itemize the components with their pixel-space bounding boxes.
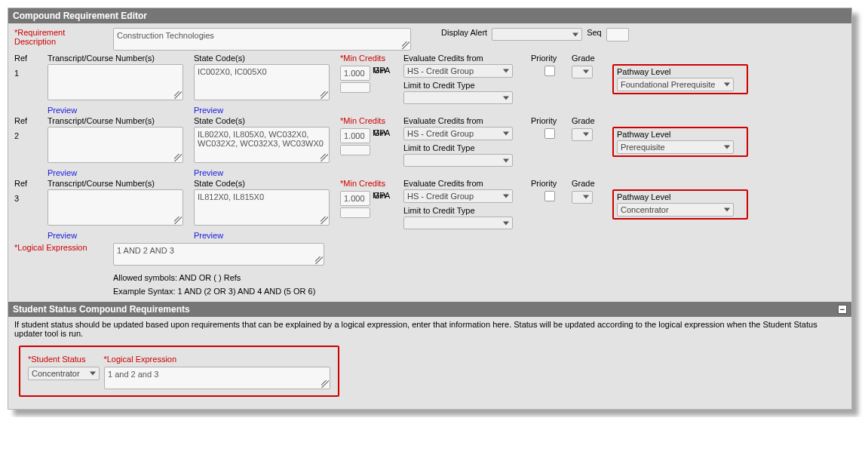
pathway-select-1[interactable]: Foundational Prerequisite	[617, 78, 734, 91]
resize-handle-icon[interactable]	[174, 154, 182, 161]
example-syntax: Example Syntax: 1 AND (2 OR 3) AND 4 AND…	[113, 287, 315, 296]
gpa-input-2[interactable]	[340, 145, 370, 155]
priority-checkbox-3[interactable]	[544, 191, 555, 201]
status-desc: If student status should be updated base…	[8, 317, 851, 341]
st-input-2[interactable]: IL802X0, IL805X0, WC032X0, WC032X2, WC03…	[194, 127, 330, 163]
col-st: State Code(s)	[194, 54, 337, 63]
grade-select-1[interactable]	[572, 66, 593, 78]
req-desc-input[interactable]: Construction Technologies	[113, 28, 411, 51]
status-highlight: *Student Status *Logical Expression Conc…	[19, 346, 339, 397]
chevron-down-icon	[90, 372, 96, 376]
gpa-input-3[interactable]	[340, 207, 370, 218]
req-desc-label: *Requirement Description	[14, 28, 109, 46]
st-input-1[interactable]: IC002X0, IC005X0	[194, 64, 330, 100]
chevron-down-icon	[503, 132, 509, 136]
col-gr-3: Grade	[572, 179, 609, 188]
logical-expr-input[interactable]: 1 AND 2 AND 3	[113, 243, 324, 266]
editor-title: Compound Requirement Editor	[13, 11, 147, 21]
col-gr-2: Grade	[572, 116, 609, 125]
pathway-highlight-3: Pathway Level Concentrator	[612, 189, 748, 220]
ec-select-2[interactable]: HS - Credit Group	[403, 127, 513, 140]
col-tc: Transcript/Course Number(s)	[48, 54, 191, 63]
student-status-label: *Student Status	[28, 355, 85, 364]
grade-select-2[interactable]	[572, 128, 593, 141]
student-status-select[interactable]: Concentrator	[28, 367, 100, 380]
status-logical-expr-label: *Logical Expression	[103, 355, 176, 364]
preview-link-2a[interactable]: Preview	[48, 168, 191, 177]
chevron-down-icon	[724, 83, 730, 87]
pl-label-1: Pathway Level	[617, 67, 744, 76]
chevron-down-icon	[724, 208, 730, 212]
tc-input-3[interactable]	[48, 189, 183, 226]
lct-select-1[interactable]	[403, 91, 513, 104]
ec-select-3[interactable]: HS - Credit Group	[403, 189, 513, 203]
priority-checkbox-2[interactable]	[544, 128, 555, 139]
priority-checkbox-1[interactable]	[544, 66, 555, 76]
status-logical-expr-input[interactable]: 1 and 2 and 3	[104, 367, 330, 389]
gpa-input-1[interactable]	[340, 82, 370, 93]
col-ec: Evaluate Credits from	[403, 54, 528, 63]
col-mc-2: *Min Credits	[340, 116, 400, 125]
pathway-select-3[interactable]: Concentrator	[617, 203, 734, 217]
display-alert-select[interactable]	[492, 28, 582, 41]
status-header: Student Status Compound Requirements −	[8, 302, 851, 317]
col-pr: Priority	[531, 54, 569, 63]
chevron-down-icon	[503, 158, 509, 162]
tc-input-1[interactable]	[48, 64, 183, 100]
col-st-2: State Code(s)	[194, 116, 337, 125]
col-pr-2: Priority	[531, 116, 569, 125]
status-title: Student Status Compound Requirements	[13, 304, 190, 315]
preview-link-2b[interactable]: Preview	[194, 168, 337, 177]
col-tc-2: Transcript/Course Number(s)	[48, 116, 191, 125]
chevron-down-icon	[572, 32, 578, 36]
preview-link-3b[interactable]: Preview	[194, 231, 337, 240]
col-ref-2: Ref	[14, 116, 44, 125]
chevron-down-icon	[583, 195, 589, 199]
preview-link-1b[interactable]: Preview	[194, 106, 337, 115]
chevron-down-icon	[724, 146, 730, 149]
min-credits-3[interactable]: 1.000	[340, 191, 370, 206]
pathway-highlight-1: Pathway Level Foundational Prerequisite	[612, 64, 748, 94]
lct-label-1: Limit to Credit Type	[403, 81, 528, 90]
resize-handle-icon[interactable]	[174, 91, 182, 99]
gpa-label-1: GPA	[373, 66, 393, 75]
st-input-3[interactable]: IL812X0, IL815X0	[194, 189, 330, 226]
lct-select-2[interactable]	[403, 154, 513, 167]
preview-link-1a[interactable]: Preview	[48, 106, 191, 115]
chevron-down-icon	[503, 195, 509, 198]
tc-input-2[interactable]	[48, 127, 183, 163]
col-tc-3: Transcript/Course Number(s)	[48, 179, 191, 188]
chevron-down-icon	[503, 221, 509, 225]
col-ec-2: Evaluate Credits from	[403, 116, 528, 125]
ref-1: 1	[14, 64, 44, 78]
ref-2: 2	[14, 127, 44, 140]
resize-handle-icon[interactable]	[402, 41, 409, 49]
seq-label: Seq	[587, 28, 602, 37]
resize-handle-icon[interactable]	[321, 380, 329, 388]
logical-expr-label: *Logical Expression	[14, 243, 109, 252]
col-ec-3: Evaluate Credits from	[403, 179, 528, 188]
ref-3: 3	[14, 189, 44, 203]
col-ref-3: Ref	[14, 179, 44, 188]
preview-link-3a[interactable]: Preview	[48, 231, 191, 240]
col-mc-3: *Min Credits	[340, 179, 400, 188]
ec-select-1[interactable]: HS - Credit Group	[403, 64, 513, 78]
pathway-highlight-2: Pathway Level Prerequisite	[612, 127, 748, 157]
grade-select-3[interactable]	[572, 191, 593, 204]
resize-handle-icon[interactable]	[321, 154, 328, 161]
resize-handle-icon[interactable]	[174, 217, 182, 224]
pathway-select-2[interactable]: Prerequisite	[617, 140, 734, 154]
display-alert-label: Display Alert	[441, 28, 487, 37]
seq-input[interactable]	[606, 28, 629, 41]
min-credits-1[interactable]: 1.000	[340, 66, 370, 81]
min-credits-2[interactable]: 1.000	[340, 128, 370, 143]
chevron-down-icon	[583, 133, 589, 137]
lct-select-3[interactable]	[403, 217, 513, 229]
collapse-icon[interactable]: −	[838, 305, 847, 314]
resize-handle-icon[interactable]	[321, 217, 328, 224]
resize-handle-icon[interactable]	[321, 91, 328, 99]
col-mc: *Min Credits	[340, 54, 400, 63]
chevron-down-icon	[583, 70, 589, 74]
allowed-symbols: Allowed symbols: AND OR ( ) Refs	[113, 273, 241, 282]
resize-handle-icon[interactable]	[315, 257, 323, 264]
